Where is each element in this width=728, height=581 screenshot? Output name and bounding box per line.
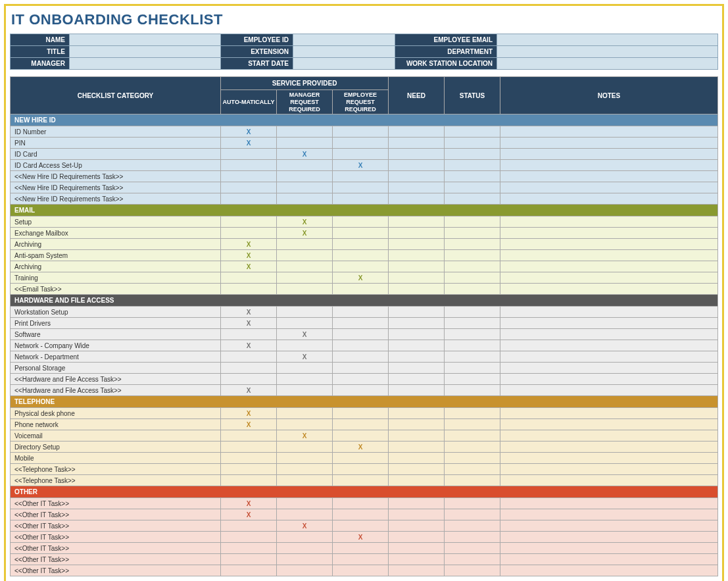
cell-status[interactable] [445, 160, 500, 171]
cell-notes[interactable] [500, 126, 718, 138]
cell-status[interactable] [445, 126, 500, 138]
cell-status[interactable] [445, 509, 500, 520]
mark-auto[interactable]: X [221, 126, 277, 138]
mark-auto[interactable] [221, 284, 277, 295]
mark-auto[interactable]: X [221, 239, 277, 250]
cell-status[interactable] [445, 193, 500, 205]
mark-emp[interactable] [333, 340, 389, 351]
mark-mgr[interactable] [277, 261, 333, 272]
cell-need[interactable] [389, 430, 445, 442]
cell-status[interactable] [445, 261, 500, 272]
mark-mgr[interactable] [277, 374, 333, 385]
mark-auto[interactable] [221, 160, 277, 171]
cell-notes[interactable] [500, 475, 718, 486]
cell-need[interactable] [389, 363, 445, 374]
mark-emp[interactable] [333, 261, 389, 272]
mark-emp[interactable] [333, 543, 389, 554]
cell-status[interactable] [445, 216, 500, 228]
title-field[interactable] [70, 46, 221, 58]
mark-mgr[interactable] [277, 543, 333, 554]
cell-notes[interactable] [500, 419, 718, 430]
cell-notes[interactable] [500, 138, 718, 149]
mark-emp[interactable]: X [333, 532, 389, 543]
cell-notes[interactable] [500, 284, 718, 295]
mark-mgr[interactable] [277, 554, 333, 565]
empid-field[interactable] [293, 34, 395, 46]
cell-notes[interactable] [500, 554, 718, 565]
cell-need[interactable] [389, 340, 445, 351]
mark-auto[interactable]: X [221, 340, 277, 351]
mark-emp[interactable]: X [333, 272, 389, 284]
cell-notes[interactable] [500, 272, 718, 284]
mark-mgr[interactable] [277, 171, 333, 182]
cell-notes[interactable] [500, 216, 718, 228]
cell-status[interactable] [445, 532, 500, 543]
ext-field[interactable] [293, 46, 395, 58]
cell-status[interactable] [445, 149, 500, 160]
cell-notes[interactable] [500, 261, 718, 272]
mark-auto[interactable] [221, 363, 277, 374]
mark-auto[interactable]: X [221, 498, 277, 509]
cell-need[interactable] [389, 149, 445, 160]
mark-mgr[interactable] [277, 408, 333, 419]
cell-notes[interactable] [500, 340, 718, 351]
cell-notes[interactable] [500, 149, 718, 160]
mark-auto[interactable] [221, 374, 277, 385]
mark-emp[interactable]: X [333, 160, 389, 171]
mark-mgr[interactable] [277, 363, 333, 374]
mark-auto[interactable] [221, 216, 277, 228]
cell-status[interactable] [445, 351, 500, 363]
mark-auto[interactable]: X [221, 261, 277, 272]
cell-status[interactable] [445, 340, 500, 351]
cell-need[interactable] [389, 520, 445, 532]
cell-notes[interactable] [500, 543, 718, 554]
mark-auto[interactable] [221, 453, 277, 464]
mark-auto[interactable] [221, 442, 277, 453]
mark-mgr[interactable] [277, 138, 333, 149]
mark-auto[interactable] [221, 543, 277, 554]
mark-mgr[interactable]: X [277, 228, 333, 239]
mark-emp[interactable] [333, 464, 389, 475]
cell-status[interactable] [445, 453, 500, 464]
cell-need[interactable] [389, 216, 445, 228]
cell-notes[interactable] [500, 363, 718, 374]
mark-mgr[interactable] [277, 340, 333, 351]
cell-status[interactable] [445, 228, 500, 239]
cell-status[interactable] [445, 543, 500, 554]
cell-need[interactable] [389, 453, 445, 464]
cell-notes[interactable] [500, 307, 718, 318]
cell-need[interactable] [389, 498, 445, 509]
mark-emp[interactable] [333, 419, 389, 430]
cell-status[interactable] [445, 182, 500, 193]
cell-notes[interactable] [500, 318, 718, 329]
cell-notes[interactable] [500, 160, 718, 171]
cell-need[interactable] [389, 318, 445, 329]
mark-auto[interactable]: X [221, 318, 277, 329]
mark-auto[interactable]: X [221, 509, 277, 520]
cell-status[interactable] [445, 284, 500, 295]
cell-notes[interactable] [500, 520, 718, 532]
cell-status[interactable] [445, 374, 500, 385]
cell-need[interactable] [389, 532, 445, 543]
mark-emp[interactable] [333, 126, 389, 138]
cell-notes[interactable] [500, 329, 718, 340]
cell-need[interactable] [389, 509, 445, 520]
cell-need[interactable] [389, 126, 445, 138]
mark-mgr[interactable] [277, 182, 333, 193]
mark-mgr[interactable] [277, 307, 333, 318]
cell-notes[interactable] [500, 442, 718, 453]
mark-emp[interactable] [333, 216, 389, 228]
cell-need[interactable] [389, 329, 445, 340]
mark-mgr[interactable] [277, 498, 333, 509]
mark-auto[interactable] [221, 171, 277, 182]
mark-mgr[interactable] [277, 239, 333, 250]
cell-need[interactable] [389, 554, 445, 565]
mark-mgr[interactable] [277, 272, 333, 284]
cell-need[interactable] [389, 408, 445, 419]
mark-mgr[interactable] [277, 126, 333, 138]
cell-status[interactable] [445, 475, 500, 486]
mark-mgr[interactable] [277, 419, 333, 430]
mark-emp[interactable] [333, 228, 389, 239]
cell-notes[interactable] [500, 464, 718, 475]
cell-notes[interactable] [500, 171, 718, 182]
